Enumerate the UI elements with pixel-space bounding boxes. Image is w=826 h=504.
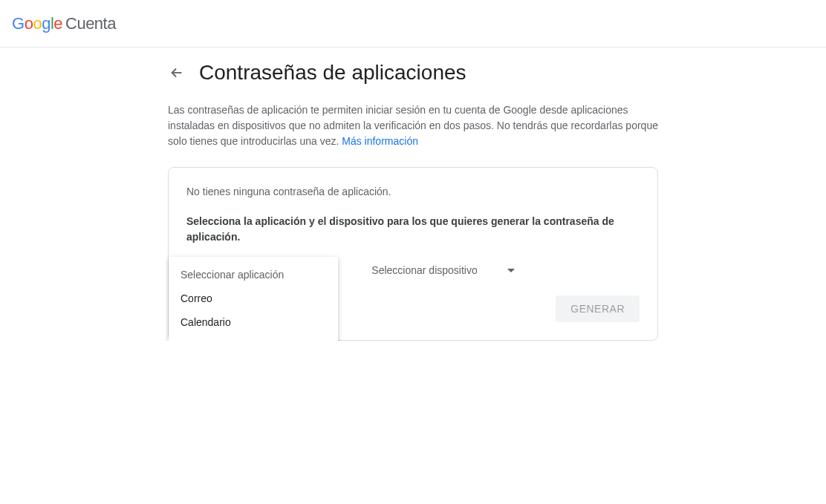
more-info-link[interactable]: Más información <box>342 135 418 147</box>
product-name: Cuenta <box>65 14 116 33</box>
dropdown-item-correo[interactable]: Correo <box>169 287 338 310</box>
select-device-dropdown[interactable]: Seleccionar dispositivo <box>371 260 514 281</box>
dropdown-header: Seleccionar aplicación <box>169 263 338 287</box>
instruction-text: Selecciona la aplicación y el dispositiv… <box>186 214 640 245</box>
page-title: Contraseñas de aplicaciones <box>199 61 466 85</box>
select-device-label: Seleccionar dispositivo <box>371 264 477 276</box>
arrow-left-icon <box>169 65 185 81</box>
app-dropdown-menu: Seleccionar aplicación Correo Calendario… <box>169 257 338 341</box>
no-passwords-message: No tienes ninguna contraseña de aplicaci… <box>186 186 640 197</box>
page-header-row: Contraseñas de aplicaciones <box>168 61 658 85</box>
generate-button[interactable]: GENERAR <box>556 295 640 322</box>
top-bar: Google Cuenta <box>0 0 826 48</box>
page-description: Las contraseñas de aplicación te permite… <box>168 102 658 149</box>
app-passwords-card: No tienes ninguna contraseña de aplicaci… <box>168 167 658 341</box>
dropdown-item-contactos[interactable]: Contactos <box>169 334 338 341</box>
google-logo: Google Cuenta <box>12 14 116 33</box>
dropdown-item-calendario[interactable]: Calendario <box>169 310 338 334</box>
caret-down-icon <box>507 269 515 272</box>
back-button[interactable] <box>168 64 186 82</box>
